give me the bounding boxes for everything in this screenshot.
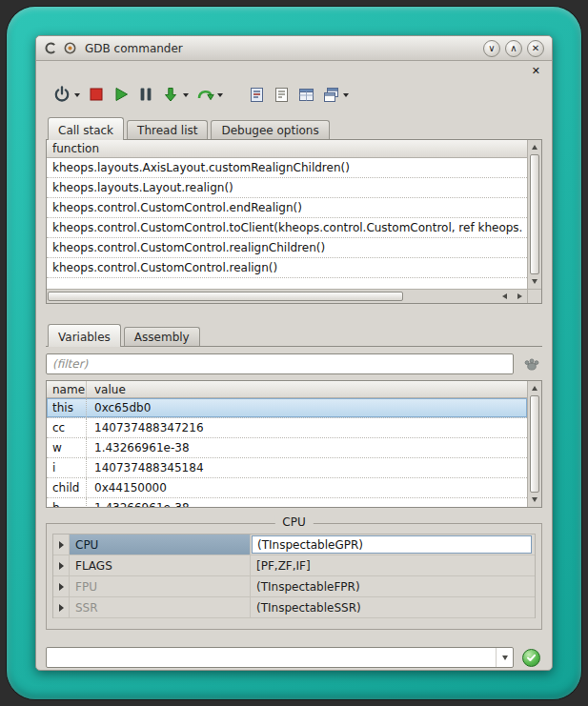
tab-call-stack[interactable]: Call stack (48, 117, 124, 140)
output-button[interactable] (246, 84, 267, 105)
cpu-register-name[interactable]: CPU (70, 535, 251, 555)
scroll-up-button[interactable] (528, 140, 541, 154)
pause-button[interactable] (135, 84, 156, 105)
expander-button[interactable] (53, 535, 70, 555)
callstack-row[interactable]: kheops.layouts.AxisLayout.customRealignC… (47, 158, 527, 178)
power-button[interactable] (51, 84, 72, 105)
options-dropdown[interactable] (343, 93, 349, 97)
variable-value: 0x44150000 (87, 481, 167, 494)
callstack-row[interactable]: kheops.control.CustomControl.endRealign(… (47, 198, 527, 218)
close-button[interactable]: ✕ (527, 40, 544, 57)
variable-row[interactable]: cc140737488347216 (47, 418, 527, 438)
stop-icon (87, 85, 106, 104)
cpu-register-name[interactable]: FLAGS (70, 555, 251, 575)
cpu-groupbox-title: CPU (274, 515, 313, 529)
tab-variables[interactable]: Variables (48, 324, 121, 347)
variables-tabbar: VariablesAssembly (46, 323, 542, 347)
callstack-vscrollbar[interactable] (527, 140, 541, 289)
command-input[interactable] (47, 648, 496, 667)
step-into-button[interactable] (160, 84, 181, 105)
callstack-rows: kheops.layouts.AxisLayout.customRealignC… (47, 158, 527, 278)
callstack-row[interactable]: kheops.control.CustomControl.toClient(kh… (47, 218, 527, 238)
callstack-row[interactable]: kheops.layouts.Layout.realign() (47, 178, 527, 198)
power-dropdown[interactable] (74, 93, 80, 97)
scrollbar-corner (527, 289, 541, 303)
cpu-row[interactable]: CPU(TInspectableGPR) (53, 535, 535, 555)
run-button[interactable] (111, 84, 132, 105)
screenshot-stage: GDB commander ∨ ∧ ✕ ✕ (0, 0, 588, 706)
window-menu-icon[interactable] (44, 41, 58, 55)
cpu-row[interactable]: SSR(TInspectableSSR) (53, 597, 535, 618)
vscroll-thumb[interactable] (530, 395, 539, 493)
scroll-up-button[interactable] (528, 381, 541, 395)
command-row (46, 647, 540, 668)
callstack-panel: function kheops.layouts.AxisLayout.custo… (46, 140, 542, 304)
column-name[interactable]: name (47, 381, 87, 397)
source-button[interactable] (271, 84, 292, 105)
hscroll-thumb[interactable] (48, 292, 403, 301)
variable-row[interactable]: child0x44150000 (47, 478, 527, 498)
arrow-up-icon (532, 145, 537, 150)
run-icon (112, 85, 131, 104)
scroll-down-button[interactable] (528, 274, 541, 289)
command-dropdown-button[interactable] (496, 648, 513, 667)
variable-row[interactable]: b1.43266961e-38 (47, 498, 527, 508)
variable-name: i (47, 458, 87, 477)
callstack-column-header[interactable]: function (47, 140, 527, 158)
variable-name: child (47, 478, 87, 497)
callstack-row[interactable]: kheops.control.CustomControl.realignChil… (47, 238, 527, 258)
titlebar[interactable]: GDB commander ∨ ∧ ✕ (36, 36, 552, 61)
callstack-hscrollbar[interactable] (47, 289, 527, 303)
callstack-row[interactable]: kheops.control.CustomControl.realign() (47, 258, 527, 278)
variables-header: name value (47, 381, 527, 398)
widget-close-button[interactable]: ✕ (532, 66, 540, 78)
column-value[interactable]: value (87, 383, 126, 396)
cpu-register-name[interactable]: SSR (70, 597, 251, 617)
tab-debugee-options[interactable]: Debugee options (211, 120, 329, 139)
vscroll-thumb[interactable] (530, 154, 539, 274)
stop-button[interactable] (86, 84, 107, 105)
variable-row[interactable]: w1.43266961e-38 (47, 438, 527, 458)
tab-thread-list[interactable]: Thread list (127, 120, 208, 139)
cpu-register-value: (TInspectableFPR) (251, 576, 535, 596)
expander-button[interactable] (53, 555, 70, 575)
variable-name: cc (47, 418, 87, 437)
filter-row (46, 353, 542, 374)
registers-button[interactable] (295, 84, 316, 105)
cpu-register-name[interactable]: FPU (70, 576, 251, 596)
scroll-left-button[interactable] (497, 290, 512, 303)
variable-value: 1.43266961e-38 (87, 501, 190, 508)
chevron-down-icon (502, 656, 508, 660)
variable-value: 140737488347216 (87, 421, 204, 434)
cpu-row[interactable]: FLAGS[PF,ZF,IF] (53, 555, 535, 576)
cpu-row[interactable]: FPU(TInspectableFPR) (53, 576, 535, 597)
scroll-right-button[interactable] (512, 290, 527, 303)
maximize-button[interactable]: ∧ (505, 40, 522, 57)
step-over-dropdown[interactable] (217, 93, 223, 97)
splitter[interactable] (36, 304, 552, 317)
minimize-button[interactable]: ∨ (483, 40, 500, 57)
send-command-button[interactable] (522, 649, 540, 667)
pause-icon (136, 85, 155, 104)
variables-vscrollbar[interactable] (527, 381, 541, 507)
paw-icon (523, 355, 540, 373)
filter-options-button[interactable] (521, 353, 542, 374)
options-button[interactable] (320, 84, 341, 105)
filter-input[interactable] (46, 353, 514, 374)
arrow-right-icon (517, 293, 522, 299)
window-title: GDB commander (85, 42, 183, 55)
tab-assembly[interactable]: Assembly (124, 327, 200, 346)
expander-button[interactable] (53, 597, 70, 617)
scroll-down-button[interactable] (528, 493, 541, 507)
source-icon (273, 86, 291, 104)
variable-row[interactable]: this0xc65db0 (47, 398, 527, 418)
step-over-button[interactable] (194, 84, 215, 105)
output-icon (248, 86, 266, 104)
command-combobox[interactable] (46, 647, 514, 668)
expander-button[interactable] (53, 576, 70, 596)
arrow-down-icon (532, 279, 537, 284)
step-into-dropdown[interactable] (183, 93, 189, 97)
variable-row[interactable]: i140737488345184 (47, 458, 527, 478)
cpu-value-editor[interactable]: (TInspectableGPR) (252, 535, 532, 554)
debug-toolbar (36, 78, 552, 111)
